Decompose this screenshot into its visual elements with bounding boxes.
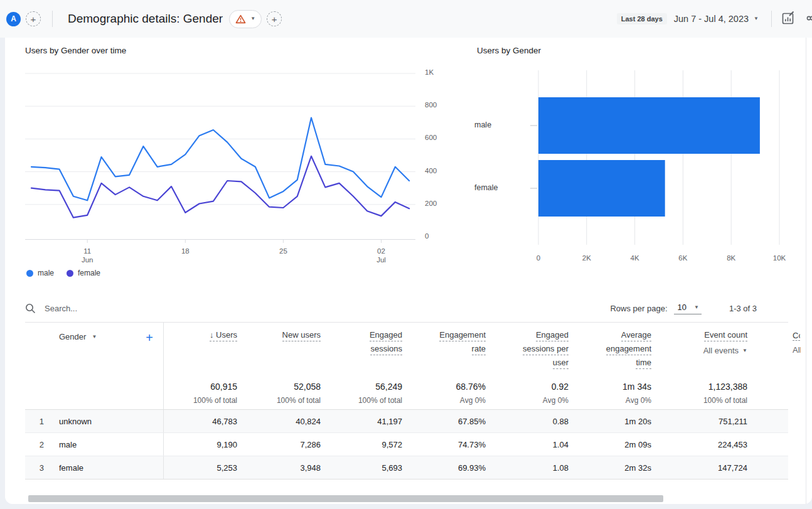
caret-down-icon: ▼ bbox=[742, 348, 747, 353]
sort-desc-icon: ↓ bbox=[210, 330, 216, 340]
totals-dimension-cell bbox=[25, 377, 163, 409]
metric-value: 1m 20s bbox=[569, 417, 651, 426]
metric-value: 69.93% bbox=[402, 463, 486, 473]
line-series-female bbox=[31, 156, 409, 218]
totals-row: 60,915100% of total52,058100% of total56… bbox=[25, 377, 788, 409]
column-header[interactable]: Averageengagementtime bbox=[569, 323, 651, 377]
dimension-header-cell: Gender ▼ + bbox=[25, 323, 163, 377]
column-header[interactable]: Engagedsessions bbox=[321, 323, 402, 377]
metric-value: 2m 09s bbox=[569, 440, 651, 449]
horizontal-scrollbar-thumb[interactable] bbox=[28, 495, 663, 502]
dimension-select[interactable]: Gender ▼ bbox=[59, 332, 97, 341]
customize-report-icon bbox=[781, 11, 795, 25]
legend-dot bbox=[67, 270, 73, 277]
y-axis-label: 1K bbox=[425, 68, 434, 76]
metric-value: 9,572 bbox=[321, 440, 402, 449]
column-header[interactable]: ↓ Users bbox=[164, 323, 237, 377]
y-axis-label: 600 bbox=[425, 134, 437, 141]
customize-report-button[interactable] bbox=[781, 11, 795, 27]
totals-cell: 0.92Avg 0% bbox=[486, 377, 569, 409]
row-metrics: 46,78340,82441,19767.85%0.881m 20s751,21… bbox=[163, 410, 747, 432]
date-range-text: Jun 7 - Jul 4, 2023 bbox=[674, 14, 749, 24]
date-range-selector[interactable]: Jun 7 - Jul 4, 2023 ▼ bbox=[674, 14, 759, 24]
metric-value: 751,211 bbox=[651, 417, 747, 426]
line-chart bbox=[25, 69, 420, 248]
add-column-button[interactable]: + bbox=[146, 332, 153, 343]
metric-value: 7,286 bbox=[237, 440, 321, 449]
plus-icon: + bbox=[31, 14, 36, 24]
share-icon bbox=[806, 11, 812, 26]
table-toolbar: Search... Rows per page: 10 ▼ 1-3 of 3 bbox=[25, 295, 757, 322]
table-row: 1unknown46,78340,82441,19767.85%0.881m 2… bbox=[25, 410, 788, 433]
y-axis-label: 200 bbox=[425, 200, 437, 207]
x-axis-label: 18 bbox=[176, 247, 195, 255]
search-icon bbox=[25, 303, 36, 314]
legend: malefemale bbox=[26, 269, 100, 277]
totals-cell: 52,058100% of total bbox=[237, 377, 321, 409]
x-axis-label: 2K bbox=[577, 254, 596, 262]
avatar[interactable]: A bbox=[6, 12, 21, 26]
rows-per-page-select[interactable]: 10 ▼ bbox=[674, 303, 702, 314]
search-placeholder: Search... bbox=[45, 304, 77, 313]
metric-value: 67.85% bbox=[402, 417, 486, 426]
warning-icon bbox=[235, 14, 246, 24]
row-metrics: 5,2533,9485,69369.93%1.082m 32s147,724 bbox=[163, 456, 747, 479]
data-quality-button[interactable]: ▼ bbox=[229, 10, 262, 28]
column-header[interactable]: Event countAll events▼ bbox=[651, 323, 747, 377]
rows-per-page-label: Rows per page: bbox=[610, 304, 667, 313]
dimension-name: Gender bbox=[59, 332, 86, 341]
row-dimension-cell: 3female bbox=[25, 456, 163, 479]
metric-filter-select[interactable]: All events▼ bbox=[703, 346, 747, 355]
legend-item: female bbox=[67, 269, 100, 277]
y-axis-label: 400 bbox=[425, 167, 437, 174]
caret-down-icon: ▼ bbox=[92, 335, 97, 340]
x-axis-label: 10K bbox=[770, 254, 789, 262]
x-axis-label: 11Jun bbox=[78, 247, 97, 264]
category-label: male bbox=[474, 121, 491, 129]
search-input[interactable]: Search... bbox=[25, 303, 77, 314]
date-range-label-badge: Last 28 days bbox=[617, 13, 667, 24]
add-comparison-button[interactable]: + bbox=[267, 11, 282, 26]
totals-metrics: 60,915100% of total52,058100% of total56… bbox=[163, 377, 747, 409]
clipped-column-filter: All events bbox=[793, 345, 801, 355]
column-header[interactable]: Engagementrate bbox=[402, 323, 486, 377]
x-axis-label: 25 bbox=[274, 247, 292, 255]
metric-value: 46,783 bbox=[164, 417, 237, 426]
metric-value: 9,190 bbox=[164, 440, 237, 449]
bar-male bbox=[538, 97, 760, 154]
caret-down-icon: ▼ bbox=[694, 305, 699, 310]
header-divider bbox=[771, 11, 772, 27]
add-shortcut-button[interactable]: + bbox=[26, 11, 41, 26]
column-header[interactable]: Engagedsessions peruser bbox=[486, 323, 569, 377]
legend-dot bbox=[26, 270, 33, 277]
table-pagination-controls: Rows per page: 10 ▼ 1-3 of 3 bbox=[610, 303, 757, 314]
metric-value: 0.88 bbox=[486, 417, 569, 426]
x-axis-label: 8K bbox=[722, 254, 740, 262]
scrollbar-gutter-divider bbox=[806, 38, 806, 504]
metric-value: 147,724 bbox=[651, 463, 747, 473]
caret-down-icon: ▼ bbox=[754, 16, 759, 21]
app-header: A + Demographic details: Gender ▼ + Last… bbox=[0, 0, 812, 38]
share-button[interactable] bbox=[806, 11, 812, 28]
line-chart-title: Users by Gender over time bbox=[25, 46, 126, 55]
column-header[interactable]: New users bbox=[237, 323, 321, 377]
table-body: 1unknown46,78340,82441,19767.85%0.881m 2… bbox=[25, 409, 788, 480]
table-header-row: Gender ▼ + ↓ UsersNew usersEngagedsessio… bbox=[25, 322, 788, 377]
clipped-column-header: Conversions bbox=[793, 331, 800, 341]
totals-cell: 1,123,388100% of total bbox=[651, 377, 747, 409]
bar-chart-title: Users by Gender bbox=[477, 46, 541, 55]
x-axis-label: 6K bbox=[673, 254, 692, 262]
metric-headers: ↓ UsersNew usersEngagedsessionsEngagemen… bbox=[163, 323, 747, 377]
x-axis-label: 4K bbox=[626, 254, 644, 262]
metric-value: 40,824 bbox=[237, 417, 321, 426]
totals-cell: 60,915100% of total bbox=[164, 377, 237, 409]
metric-value: 1.04 bbox=[486, 440, 569, 449]
x-axis-label: 0 bbox=[529, 254, 548, 262]
metric-value: 41,197 bbox=[321, 417, 402, 426]
y-axis-label: 0 bbox=[425, 232, 429, 240]
bar-female bbox=[538, 160, 665, 217]
table-row: 3female5,2533,9485,69369.93%1.082m 32s14… bbox=[25, 456, 788, 480]
metric-value: 5,693 bbox=[321, 463, 402, 473]
pagination-status: 1-3 of 3 bbox=[729, 304, 757, 313]
metric-value: 5,253 bbox=[164, 463, 237, 473]
